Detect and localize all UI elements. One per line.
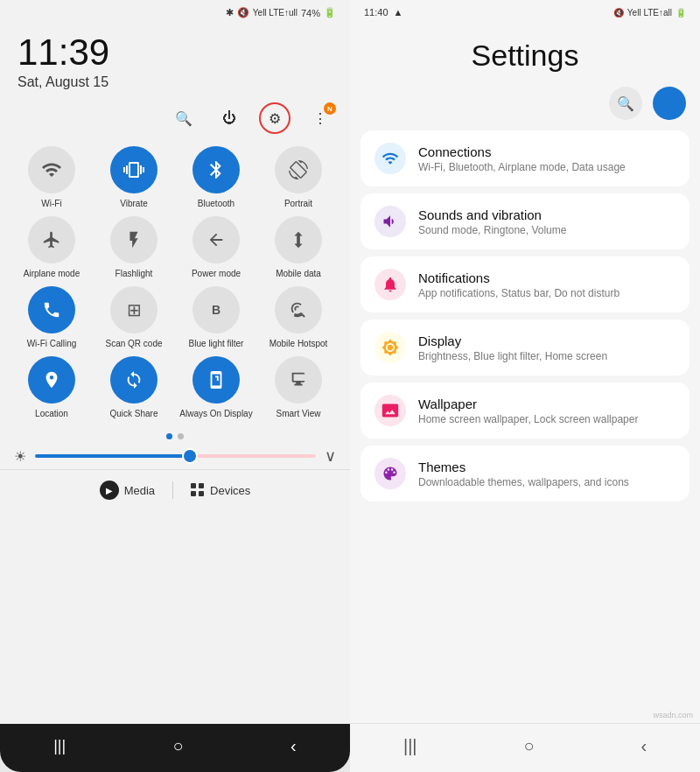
brightness-slider[interactable] (35, 454, 316, 458)
themes-text: Themes Downloadable themes, wallpapers, … (418, 460, 676, 488)
bluetooth-status-icon: ✱ (226, 7, 234, 18)
connections-title: Connections (418, 144, 676, 159)
tile-quick-share[interactable]: Quick Share (96, 356, 172, 419)
nav-recent-right[interactable]: ‹ (626, 733, 661, 760)
location-tile-icon (28, 356, 75, 404)
clock-display: 11:39 (18, 32, 332, 73)
portrait-tile-icon (275, 146, 322, 193)
brightness-thumb[interactable] (182, 448, 198, 464)
quick-share-tile-icon (110, 356, 158, 404)
tile-wifi-calling[interactable]: Wi-Fi Calling (14, 286, 89, 349)
right-status-icons: 🔇 Yell LTE↑all 🔋 (613, 8, 686, 18)
left-status-bar: ✱ 🔇 Yell LTE↑ull 74% 🔋 (0, 0, 350, 22)
settings-item-connections[interactable]: Connections Wi-Fi, Bluetooth, Airplane m… (360, 130, 690, 186)
page-dot-2[interactable] (178, 433, 184, 439)
settings-item-notifications[interactable]: Notifications App notifications, Status … (360, 256, 690, 312)
right-mute-icon: 🔇 (613, 8, 624, 18)
nav-back-left[interactable]: ||| (39, 733, 80, 759)
connections-text: Connections Wi-Fi, Bluetooth, Airplane m… (418, 144, 676, 173)
tile-location[interactable]: Location (14, 356, 89, 419)
always-on-tile-label: Always On Display (179, 408, 252, 419)
settings-search-button[interactable]: 🔍 (609, 87, 642, 120)
tile-hotspot[interactable]: Mobile Hotspot (261, 286, 336, 349)
sounds-text: Sounds and vibration Sound mode, Rington… (418, 207, 676, 236)
nav-back-right[interactable]: ||| (389, 733, 431, 760)
settings-button[interactable]: ⚙ (259, 102, 290, 134)
settings-list: Connections Wi-Fi, Bluetooth, Airplane m… (350, 130, 700, 723)
airplane-tile-label: Airplane mode (24, 268, 80, 279)
wallpaper-text: Wallpaper Home screen wallpaper, Lock sc… (418, 397, 676, 425)
tile-power-mode[interactable]: Power mode (178, 216, 254, 279)
smart-view-tile-label: Smart View (276, 408, 321, 419)
devices-grid-icon (191, 483, 205, 497)
brightness-expand-button[interactable]: ∨ (325, 446, 336, 466)
vibrate-tile-label: Vibrate (120, 198, 148, 209)
display-title: Display (418, 333, 676, 348)
wallpaper-icon (374, 395, 406, 426)
left-panel: ✱ 🔇 Yell LTE↑ull 74% 🔋 11:39 Sat, August… (0, 0, 350, 772)
flashlight-tile-label: Flashlight (116, 268, 153, 279)
more-button[interactable]: ⋮ N (304, 102, 336, 134)
qr-code-tile-label: Scan QR code (105, 338, 162, 349)
power-button[interactable]: ⏻ (214, 102, 245, 134)
nav-home-left[interactable]: ○ (159, 733, 198, 760)
bluetooth-tile-label: Bluetooth (198, 198, 234, 209)
right-battery-icon: 🔋 (676, 8, 686, 18)
vibrate-tile-icon (110, 146, 158, 193)
themes-icon (374, 458, 406, 489)
devices-button[interactable]: Devices (173, 478, 268, 502)
right-nav-bar: ||| ○ ‹ (350, 723, 700, 772)
brightness-control: ☀ ∨ (0, 443, 350, 469)
tile-vibrate[interactable]: Vibrate (96, 146, 172, 209)
notifications-subtitle: App notifications, Status bar, Do not di… (418, 287, 676, 299)
wifi-calling-tile-label: Wi-Fi Calling (27, 338, 77, 349)
tile-always-on[interactable]: Always On Display (178, 356, 254, 419)
flashlight-tile-icon (110, 216, 158, 263)
notification-badge: N (324, 102, 336, 115)
hotspot-tile-icon (275, 286, 322, 333)
location-tile-label: Location (35, 408, 68, 419)
media-button[interactable]: ▶ Media (82, 475, 172, 505)
tile-bluetooth[interactable]: Bluetooth (178, 146, 254, 209)
settings-item-display[interactable]: Display Brightness, Blue light filter, H… (360, 319, 690, 375)
tile-blue-light[interactable]: B Blue light filter (178, 286, 254, 349)
blue-light-tile-label: Blue light filter (189, 338, 244, 349)
page-dot-1[interactable] (166, 433, 172, 439)
tile-airplane[interactable]: Airplane mode (14, 216, 89, 279)
tile-qr-code[interactable]: ⊞ Scan QR code (96, 286, 172, 349)
bluetooth-tile-icon (192, 146, 240, 193)
battery-icon: 🔋 (324, 7, 336, 18)
tile-mobile-data[interactable]: Mobile data (261, 216, 336, 279)
settings-item-wallpaper[interactable]: Wallpaper Home screen wallpaper, Lock sc… (360, 382, 690, 439)
time-section: 11:39 Sat, August 15 (0, 22, 350, 97)
wifi-tile-icon (28, 146, 75, 193)
settings-item-themes[interactable]: Themes Downloadable themes, wallpapers, … (360, 446, 690, 502)
right-panel: 11:40 ▲ 🔇 Yell LTE↑all 🔋 Settings 🔍 👤 Co… (350, 0, 700, 772)
tile-smart-view[interactable]: Smart View (261, 356, 336, 419)
media-play-icon: ▶ (100, 481, 119, 500)
power-mode-tile-label: Power mode (192, 268, 241, 279)
nav-home-right[interactable]: ○ (509, 733, 548, 760)
qr-code-tile-icon: ⊞ (110, 286, 158, 333)
settings-profile-button[interactable]: 👤 (653, 87, 686, 120)
signal-status: Yell LTE↑ull (253, 8, 298, 18)
tile-flashlight[interactable]: Flashlight (96, 216, 172, 279)
right-status-bar: 11:40 ▲ 🔇 Yell LTE↑all 🔋 (350, 0, 700, 21)
quick-action-row: 🔍 ⏻ ⚙ ⋮ N (0, 97, 350, 139)
settings-item-sounds[interactable]: Sounds and vibration Sound mode, Rington… (360, 193, 690, 249)
wallpaper-title: Wallpaper (418, 397, 676, 411)
connections-icon (374, 143, 406, 174)
quick-tiles-grid: Wi-Fi Vibrate Bluetooth Portrait Ai (0, 139, 350, 426)
media-row: ▶ Media Devices (0, 469, 350, 509)
tile-wifi[interactable]: Wi-Fi (14, 146, 89, 209)
sounds-subtitle: Sound mode, Ringtone, Volume (418, 224, 676, 236)
themes-title: Themes (418, 460, 676, 474)
page-indicators (0, 433, 350, 439)
right-clock: 11:40 (364, 7, 388, 18)
tile-portrait[interactable]: Portrait (261, 146, 336, 209)
blue-light-tile-icon: B (192, 286, 240, 333)
search-button[interactable]: 🔍 (168, 102, 200, 134)
watermark: wsadn.com (653, 711, 693, 719)
always-on-tile-icon (192, 356, 240, 404)
nav-recent-left[interactable]: ‹ (276, 733, 311, 760)
